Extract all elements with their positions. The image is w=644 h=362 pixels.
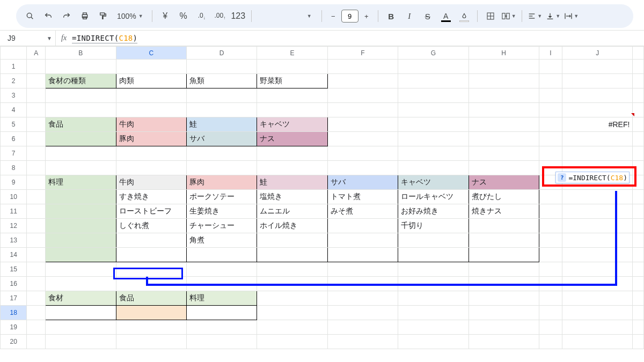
cell-D17[interactable]: 料理	[186, 291, 257, 306]
row-header-7[interactable]: 7	[1, 146, 27, 161]
cell-H7[interactable]	[469, 146, 539, 161]
borders-button[interactable]	[483, 9, 498, 24]
cell-blank[interactable]	[633, 74, 644, 88]
cell-I12[interactable]	[539, 219, 562, 233]
cell-I11[interactable]	[539, 204, 562, 219]
cell-H14[interactable]	[469, 248, 539, 262]
print-icon[interactable]	[77, 9, 92, 24]
cell-I3[interactable]	[539, 88, 562, 103]
col-header-E[interactable]: E	[257, 47, 327, 60]
cell-D4[interactable]	[186, 103, 257, 117]
cell-blank[interactable]	[633, 335, 644, 349]
increase-font-button[interactable]: +	[361, 9, 372, 24]
row-header-12[interactable]: 12	[1, 219, 27, 233]
formula-bar[interactable]: =INDIRECT(C18)	[72, 34, 137, 42]
cell-A13[interactable]	[27, 233, 46, 248]
cell-C6[interactable]: 豚肉	[116, 132, 186, 146]
col-header-D[interactable]: D	[186, 47, 257, 60]
cell-G7[interactable]	[398, 146, 469, 161]
cell-C8[interactable]	[116, 161, 186, 175]
cell-E7[interactable]	[257, 146, 327, 161]
cell-A20[interactable]	[27, 335, 46, 349]
cell-H5[interactable]	[469, 117, 539, 132]
cell-E1[interactable]	[257, 60, 327, 74]
cell-C2[interactable]: 肉類	[116, 74, 186, 88]
increase-decimal-button[interactable]: .00↑	[213, 9, 228, 24]
cell-G10[interactable]: ロールキャベツ	[398, 190, 469, 204]
italic-button[interactable]: I	[402, 9, 417, 24]
cell-E17[interactable]	[257, 291, 327, 306]
cell-D2[interactable]: 魚類	[186, 74, 257, 88]
cell-D9[interactable]: 豚肉	[186, 175, 257, 190]
cell-I20[interactable]	[539, 335, 562, 349]
h-align-button[interactable]: ▼	[528, 9, 543, 24]
redo-icon[interactable]	[59, 9, 74, 24]
row-header-14[interactable]: 14	[1, 248, 27, 262]
cell-D7[interactable]	[186, 146, 257, 161]
cell-F17[interactable]	[327, 291, 398, 306]
cell-F11[interactable]: みそ煮	[327, 204, 398, 219]
row-header-6[interactable]: 6	[1, 132, 27, 146]
cell-blank[interactable]	[633, 146, 644, 161]
row-header-9[interactable]: 9	[1, 175, 27, 190]
text-wrap-button[interactable]: ▼	[564, 9, 579, 24]
cell-H11[interactable]: 焼きナス	[469, 204, 539, 219]
cell-C20[interactable]	[116, 335, 186, 349]
cell-D13[interactable]: 角煮	[186, 233, 257, 248]
cell-E19[interactable]	[257, 320, 327, 335]
cell-J20[interactable]	[562, 335, 633, 349]
cell-C4[interactable]	[116, 103, 186, 117]
cell-B8[interactable]	[46, 161, 116, 175]
col-header-B[interactable]: B	[46, 47, 116, 60]
col-header-G[interactable]: G	[398, 47, 469, 60]
row-header-15[interactable]: 15	[1, 262, 27, 277]
cell-C9[interactable]: 牛肉	[116, 175, 186, 190]
cell-A18[interactable]	[27, 306, 46, 320]
cell-G6[interactable]	[398, 132, 469, 146]
cell-A16[interactable]	[27, 277, 46, 291]
cell-F19[interactable]	[327, 320, 398, 335]
cell-H10[interactable]: 煮びたし	[469, 190, 539, 204]
cell-I15[interactable]	[539, 262, 562, 277]
cell-blank[interactable]	[633, 248, 644, 262]
cell-blank[interactable]	[633, 306, 644, 320]
cell-J3[interactable]	[562, 88, 633, 103]
cell-F14[interactable]	[327, 248, 398, 262]
cell-E15[interactable]	[257, 262, 327, 277]
col-header-J[interactable]: J	[562, 47, 633, 60]
cell-blank[interactable]	[633, 190, 644, 204]
row-header-19[interactable]: 19	[1, 320, 27, 335]
paint-format-icon[interactable]	[96, 9, 111, 24]
row-header-1[interactable]: 1	[1, 60, 27, 74]
cell-blank[interactable]	[633, 88, 644, 103]
cell-I13[interactable]	[539, 233, 562, 248]
name-box[interactable]: J9 ▼	[4, 31, 56, 46]
cell-D12[interactable]: チャーシュー	[186, 219, 257, 233]
bold-button[interactable]: B	[384, 9, 399, 24]
row-header-8[interactable]: 8	[1, 161, 27, 175]
strikethrough-button[interactable]: S	[420, 9, 435, 24]
cell-F20[interactable]	[327, 335, 398, 349]
cell-blank[interactable]	[633, 219, 644, 233]
cell-J11[interactable]	[562, 204, 633, 219]
cell-J12[interactable]	[562, 219, 633, 233]
cell-B10[interactable]	[46, 190, 116, 204]
cell-H13[interactable]	[469, 233, 539, 248]
cell-G1[interactable]	[398, 60, 469, 74]
cell-G14[interactable]	[398, 248, 469, 262]
cell-D10[interactable]: ポークソテー	[186, 190, 257, 204]
cell-H17[interactable]	[469, 291, 539, 306]
cell-I4[interactable]	[539, 103, 562, 117]
cell-B15[interactable]	[46, 262, 116, 277]
cell-A12[interactable]	[27, 219, 46, 233]
search-icon[interactable]	[23, 9, 38, 24]
cell-E14[interactable]	[257, 248, 327, 262]
cell-C3[interactable]	[116, 88, 186, 103]
cell-E6[interactable]: ナス	[257, 132, 327, 146]
text-color-button[interactable]: A	[438, 9, 453, 24]
cell-E12[interactable]: ホイル焼き	[257, 219, 327, 233]
cell-A5[interactable]	[27, 117, 46, 132]
cell-H9[interactable]: ナス	[469, 175, 539, 190]
cell-E20[interactable]	[257, 335, 327, 349]
font-dropdown[interactable]: ▼	[257, 13, 316, 19]
